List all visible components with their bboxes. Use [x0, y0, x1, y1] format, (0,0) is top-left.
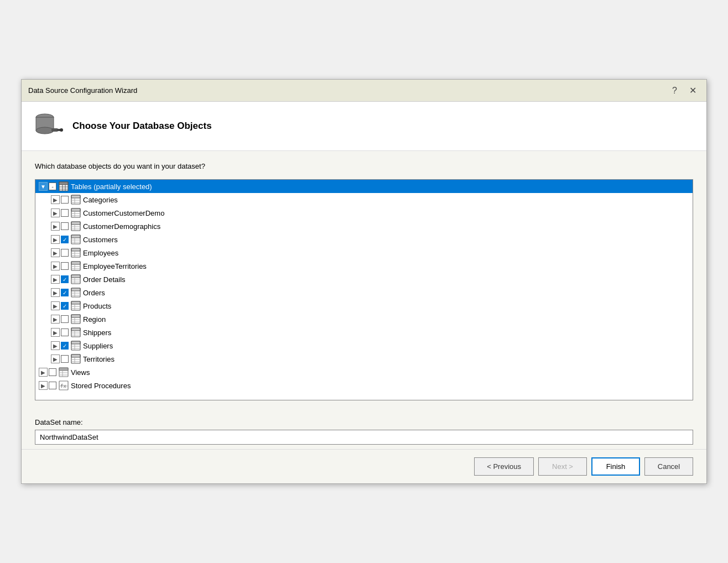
- table-icon-storedProcedures: fx: [59, 380, 69, 390]
- expand-btn-shippers[interactable]: ▶: [51, 328, 60, 337]
- tree-item-orderDetails[interactable]: ▶✓ Order Details: [35, 273, 693, 286]
- footer: < Previous Next > Finish Cancel: [22, 449, 706, 483]
- tree-item-employees[interactable]: ▶ Employees: [35, 246, 693, 259]
- tree-item-customerDemographics[interactable]: ▶ CustomerDemographics: [35, 220, 693, 233]
- tree-item-region[interactable]: ▶ Region: [35, 312, 693, 326]
- checkbox-products[interactable]: ✓: [61, 302, 69, 310]
- tree-label-region: Region: [83, 315, 106, 324]
- tree-label-suppliers: Suppliers: [83, 342, 113, 350]
- tree-item-employeeTerritories[interactable]: ▶ EmployeeTerritories: [35, 259, 693, 273]
- svg-rect-48: [71, 288, 80, 291]
- tree-label-views: Views: [71, 368, 90, 377]
- next-button[interactable]: Next >: [538, 457, 587, 476]
- svg-rect-68: [71, 341, 80, 344]
- tree-label-customerCustomerDemo: CustomerCustomerDemo: [83, 209, 164, 217]
- expand-btn-storedProcedures[interactable]: ▶: [39, 381, 48, 390]
- tree-item-products[interactable]: ▶✓ Products: [35, 299, 693, 312]
- table-icon-views: [59, 367, 69, 377]
- database-icon: [33, 111, 64, 142]
- checkbox-shippers[interactable]: [61, 329, 69, 336]
- expand-btn-products[interactable]: ▶: [51, 301, 60, 310]
- tree-label-storedProcedures: Stored Procedures: [71, 382, 131, 390]
- checkbox-storedProcedures[interactable]: [49, 382, 56, 389]
- content-section: Which database objects do you want in yo…: [22, 151, 706, 411]
- expand-btn-tables[interactable]: ▼: [39, 182, 48, 191]
- svg-rect-63: [71, 328, 80, 331]
- expand-btn-customerCustomerDemo[interactable]: ▶: [51, 208, 60, 217]
- tree-container[interactable]: ▼- Tables (partially selected)▶ Categori…: [35, 179, 693, 400]
- table-icon-employees: [71, 248, 81, 258]
- header-title: Choose Your Database Objects: [72, 121, 212, 132]
- table-icon-customerCustomerDemo: [71, 208, 81, 218]
- tree-item-territories[interactable]: ▶ Territories: [35, 352, 693, 366]
- expand-btn-territories[interactable]: ▶: [51, 355, 60, 363]
- title-bar-right: ? ✕: [669, 85, 700, 96]
- table-icon-orders: [71, 288, 81, 298]
- dialog-window: Data Source Configuration Wizard ? ✕ Cho…: [21, 79, 707, 484]
- expand-btn-orderDetails[interactable]: ▶: [51, 275, 60, 284]
- checkbox-employeeTerritories[interactable]: [61, 262, 69, 270]
- checkbox-views[interactable]: [49, 368, 56, 376]
- svg-rect-43: [71, 275, 80, 278]
- close-button[interactable]: ✕: [686, 85, 700, 96]
- table-icon-suppliers: [71, 341, 81, 351]
- checkbox-tables[interactable]: -: [49, 183, 56, 190]
- svg-rect-53: [71, 301, 80, 304]
- expand-btn-region[interactable]: ▶: [51, 315, 60, 324]
- tree-item-suppliers[interactable]: ▶✓ Suppliers: [35, 339, 693, 352]
- tree-label-shippers: Shippers: [83, 329, 111, 337]
- expand-btn-categories[interactable]: ▶: [51, 195, 60, 204]
- table-icon-products: [71, 301, 81, 311]
- svg-rect-78: [59, 368, 68, 371]
- dataset-name-input[interactable]: [35, 430, 693, 445]
- checkbox-customers[interactable]: ✓: [61, 236, 69, 243]
- checkbox-customerCustomerDemo[interactable]: [61, 209, 69, 217]
- checkbox-orderDetails[interactable]: ✓: [61, 275, 69, 283]
- checkbox-orders[interactable]: ✓: [61, 289, 69, 296]
- expand-btn-suppliers[interactable]: ▶: [51, 341, 60, 350]
- checkbox-customerDemographics[interactable]: [61, 222, 69, 230]
- svg-rect-58: [71, 315, 80, 317]
- table-icon-customers: [71, 234, 81, 244]
- expand-btn-customerDemographics[interactable]: ▶: [51, 222, 60, 231]
- expand-btn-customers[interactable]: ▶: [51, 235, 60, 244]
- dialog-title: Data Source Configuration Wizard: [28, 86, 137, 95]
- svg-rect-38: [71, 262, 80, 264]
- dataset-section: DataSet name:: [22, 411, 706, 449]
- table-icon-employeeTerritories: [71, 261, 81, 271]
- tree-item-orders[interactable]: ▶✓ Orders: [35, 286, 693, 299]
- checkbox-suppliers[interactable]: ✓: [61, 342, 69, 350]
- tree-label-customerDemographics: CustomerDemographics: [83, 222, 160, 231]
- table-icon-shippers: [71, 327, 81, 337]
- tree-item-customers[interactable]: ▶✓ Customers: [35, 233, 693, 246]
- tree-item-views[interactable]: ▶ Views: [35, 366, 693, 379]
- expand-btn-views[interactable]: ▶: [39, 368, 48, 377]
- table-icon-customerDemographics: [71, 221, 81, 231]
- tree-label-orderDetails: Order Details: [83, 275, 126, 284]
- tree-label-orders: Orders: [83, 289, 105, 297]
- svg-rect-7: [59, 182, 68, 185]
- expand-btn-employees[interactable]: ▶: [51, 248, 60, 257]
- tree-item-shippers[interactable]: ▶ Shippers: [35, 326, 693, 339]
- finish-button[interactable]: Finish: [591, 457, 640, 476]
- svg-point-2: [36, 127, 54, 134]
- svg-rect-28: [71, 235, 80, 238]
- cancel-button[interactable]: Cancel: [644, 457, 693, 476]
- tree-label-employees: Employees: [83, 249, 118, 257]
- tree-item-storedProcedures[interactable]: ▶ fx Stored Procedures: [35, 379, 693, 392]
- dataset-name-label: DataSet name:: [35, 418, 693, 426]
- checkbox-categories[interactable]: [61, 196, 69, 204]
- previous-button[interactable]: < Previous: [474, 457, 534, 476]
- tree-item-tables[interactable]: ▼- Tables (partially selected): [35, 180, 693, 193]
- tree-label-territories: Territories: [83, 355, 115, 363]
- tree-item-customerCustomerDemo[interactable]: ▶ CustomerCustomerDemo: [35, 206, 693, 220]
- help-button[interactable]: ?: [669, 85, 680, 96]
- svg-rect-33: [71, 248, 80, 251]
- expand-btn-orders[interactable]: ▶: [51, 288, 60, 297]
- checkbox-region[interactable]: [61, 315, 69, 323]
- tree-item-categories[interactable]: ▶ Categories: [35, 193, 693, 206]
- expand-btn-employeeTerritories[interactable]: ▶: [51, 262, 60, 270]
- checkbox-territories[interactable]: [61, 355, 69, 363]
- svg-rect-73: [71, 355, 80, 357]
- checkbox-employees[interactable]: [61, 249, 69, 257]
